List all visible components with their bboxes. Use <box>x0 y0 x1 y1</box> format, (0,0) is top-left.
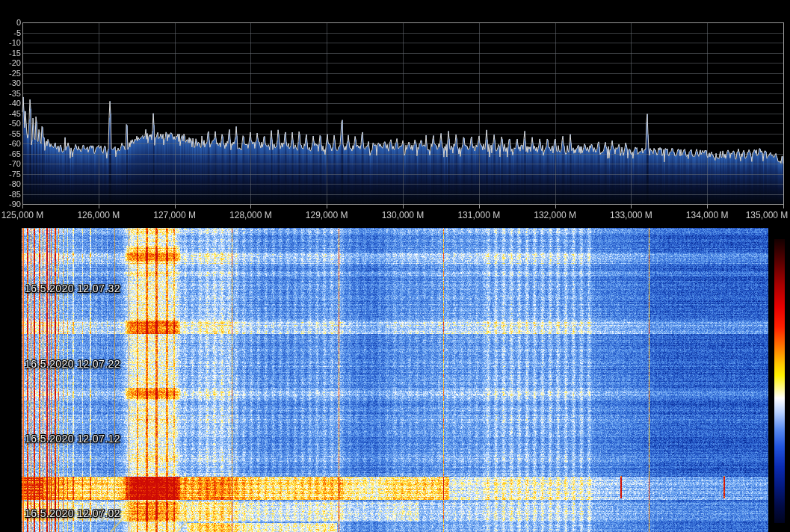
db-tick-label: -70 <box>0 159 21 168</box>
db-tick-label: 0 <box>0 18 21 27</box>
spectrum-display[interactable] <box>0 0 790 224</box>
spectrum-db-axis: 0-5-10-15-20-25-30-35-40-45-50-55-60-65-… <box>0 0 22 224</box>
db-tick-label: -35 <box>0 89 21 98</box>
freq-tick-label: 128,000 M <box>229 210 272 220</box>
freq-tick-label: 125,000 M <box>1 210 44 220</box>
db-tick-label: -45 <box>0 109 21 118</box>
db-tick-label: -30 <box>0 78 21 87</box>
freq-tick-label: 134,000 M <box>686 210 729 220</box>
db-tick-label: -50 <box>0 119 21 128</box>
db-tick-label: -20 <box>0 58 21 67</box>
db-tick-label: -5 <box>0 28 21 37</box>
freq-tick-label: 129,000 M <box>306 210 348 220</box>
db-tick-label: -25 <box>0 69 21 78</box>
freq-tick-label: 131,000 M <box>457 210 500 220</box>
db-tick-label: -80 <box>0 179 21 188</box>
freq-tick-label: 135,000 M <box>746 210 789 220</box>
waterfall-timestamp: 16.5.2020 12.07.22 <box>25 358 120 370</box>
waterfall-intensity-colorbar <box>774 239 785 523</box>
db-tick-label: -40 <box>0 99 21 108</box>
db-tick-label: -90 <box>0 200 21 208</box>
waterfall-display[interactable] <box>22 228 768 532</box>
spectrum-freq-axis: 125,000 M126,000 M127,000 M128,000 M129,… <box>0 210 790 222</box>
freq-tick-label: 126,000 M <box>77 210 120 220</box>
freq-tick-label: 132,000 M <box>534 210 576 220</box>
db-tick-label: -65 <box>0 149 21 158</box>
db-tick-label: -85 <box>0 190 21 199</box>
freq-tick-label: 127,000 M <box>153 210 196 220</box>
freq-tick-label: 130,000 M <box>382 210 425 220</box>
waterfall-timestamp: 16.5.2020 12.07.02 <box>25 507 120 519</box>
db-tick-label: -10 <box>0 38 21 47</box>
db-tick-label: -75 <box>0 170 21 179</box>
db-tick-label: -60 <box>0 139 21 148</box>
db-tick-label: -55 <box>0 129 21 138</box>
freq-tick-label: 133,000 M <box>610 210 652 220</box>
db-tick-label: -15 <box>0 49 21 58</box>
waterfall-timestamp: 16.5.2020 12.07.12 <box>25 433 120 445</box>
sdr-app-window: 0-5-10-15-20-25-30-35-40-45-50-55-60-65-… <box>0 0 790 532</box>
waterfall-timestamp: 16.5.2020 12.07.32 <box>25 282 120 294</box>
